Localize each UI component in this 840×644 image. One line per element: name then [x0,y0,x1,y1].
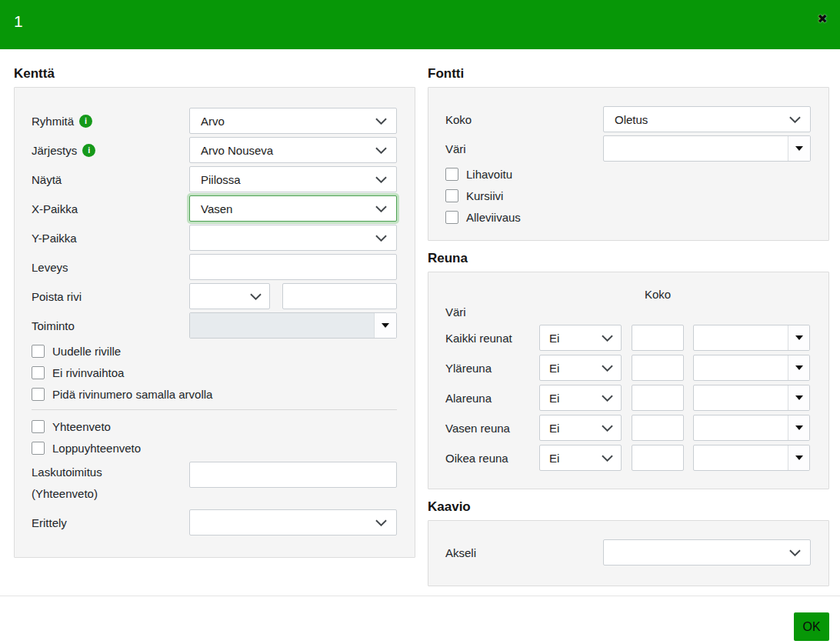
erittely-select[interactable] [189,509,397,536]
border-style-select-left[interactable]: Ei [539,415,622,441]
reuna-section: Reuna Koko Väri Kaikki reunat Ei [428,251,829,489]
border-color-dropdown-button[interactable] [788,445,809,470]
checkbox-label: Lihavoitu [466,168,512,181]
checkbox-box[interactable] [32,366,45,379]
dialog-body: Kenttä Ryhmitä i Arvo Järjestys i Arvo [0,49,840,586]
reuna-panel: Koko Väri Kaikki reunat Ei [428,272,829,489]
checkbox-box[interactable] [32,420,45,433]
chevron-down-icon [375,147,387,154]
chevron-down-icon [602,365,613,372]
caret-down-icon [795,335,803,340]
form-row-poista-rivi: Poista rivi [32,283,397,309]
font-style-checkbox-group: Lihavoitu Kursiivi Alleviivaus [445,166,811,225]
checkbox-box[interactable] [32,442,45,455]
checkbox-box[interactable] [32,388,45,401]
font-size-value: Oletus [615,113,648,126]
border-style-select-all[interactable]: Ei [539,325,622,351]
ryhmita-label: Ryhmitä i [32,115,189,128]
font-color-value [604,136,788,161]
reuna-vari-label: Väri [445,305,809,319]
laskutoimitus-input[interactable] [189,462,397,488]
border-color-picker-bottom[interactable] [693,385,810,411]
caret-down-icon [795,425,803,430]
border-color-dropdown-button[interactable] [788,415,809,440]
checkbox-loppuyhteenveto[interactable]: Loppuyhteenveto [32,440,397,456]
toiminto-combobox[interactable] [189,312,397,339]
form-row-toiminto: Toiminto [32,312,397,339]
info-icon[interactable]: i [79,115,92,128]
kentta-heading: Kenttä [14,66,415,82]
kaavio-heading: Kaavio [428,499,829,515]
border-style-select-right[interactable]: Ei [539,445,622,471]
chevron-down-icon [789,116,801,123]
checkbox-alleviivaus[interactable]: Alleviivaus [445,209,811,225]
reuna-koko-column-header: Koko [632,288,684,301]
border-style-select-top[interactable]: Ei [539,355,622,381]
font-color-picker[interactable] [603,135,811,162]
poista-rivi-controls [189,283,397,309]
kentta-panel: Ryhmitä i Arvo Järjestys i Arvo Nouseva [14,87,415,558]
form-row-erittely: Erittely [32,509,397,536]
border-size-input-left[interactable] [632,415,684,441]
checkbox-yhteenveto[interactable]: Yhteenveto [32,419,397,435]
x-paikka-select[interactable]: Vasen [189,195,397,222]
y-paikka-select[interactable] [189,225,397,251]
right-column: Fontti Koko Oletus Väri [428,66,829,586]
checkbox-box[interactable] [32,345,45,358]
font-size-select[interactable]: Oletus [603,106,811,132]
form-row-vari: Väri [445,135,811,162]
spacer [445,288,632,301]
akseli-select[interactable] [603,539,811,566]
ryhmita-select[interactable]: Arvo [189,108,397,134]
border-row-alareuna: Alareuna Ei [445,385,809,411]
checkbox-box[interactable] [445,211,458,224]
x-paikka-value: Vasen [201,202,232,215]
kaavio-panel: Akseli [428,520,829,586]
akseli-label: Akseli [445,546,603,559]
border-color-dropdown-button[interactable] [788,355,809,380]
caret-down-icon [795,455,803,460]
fontti-panel: Koko Oletus Väri [428,87,829,241]
border-color-picker-right[interactable] [693,445,810,471]
caret-down-icon [382,323,389,328]
leveys-field-wrap [189,254,397,280]
border-color-dropdown-button[interactable] [788,385,809,410]
border-size-input-right[interactable] [632,445,684,471]
border-style-value: Ei [549,422,559,435]
border-size-input-top[interactable] [632,355,684,381]
koko-label: Koko [445,113,603,126]
border-style-value: Ei [549,362,559,375]
poista-rivi-select[interactable] [189,283,270,309]
border-size-input-all[interactable] [632,325,684,351]
border-color-dropdown-button[interactable] [788,325,809,350]
leveys-input[interactable] [189,254,397,280]
nayta-select[interactable]: Piilossa [189,166,397,192]
checkbox-lihavoitu[interactable]: Lihavoitu [445,166,811,182]
border-row-label: Yläreuna [445,362,539,375]
chevron-down-icon [375,205,387,212]
ryhmita-label-text: Ryhmitä [32,115,74,128]
jarjestys-select[interactable]: Arvo Nouseva [189,137,397,163]
checkbox-uudelle-riville[interactable]: Uudelle riville [32,343,397,359]
info-icon[interactable]: i [82,144,95,157]
checkbox-kursiivi[interactable]: Kursiivi [445,188,811,204]
border-color-picker-left[interactable] [693,415,810,441]
layout-checkbox-group: Uudelle riville Ei rivinvaihtoa Pidä riv… [32,343,397,402]
font-color-dropdown-button[interactable] [788,136,810,161]
close-icon[interactable]: ✖ [818,12,828,26]
chevron-down-icon [375,118,387,125]
poista-rivi-input[interactable] [282,283,397,309]
toiminto-dropdown-button[interactable] [374,313,396,338]
border-color-picker-all[interactable] [693,325,810,351]
checkbox-pida-rivinumero[interactable]: Pidä rivinumero samalla arvolla [32,386,397,402]
checkbox-label: Ei rivinvaihtoa [52,366,124,379]
checkbox-box[interactable] [445,189,458,202]
checkbox-box[interactable] [445,168,458,181]
border-style-value: Ei [549,332,559,345]
checkbox-ei-rivinvaihtoa[interactable]: Ei rivinvaihtoa [32,365,397,381]
border-color-picker-top[interactable] [693,355,810,381]
checkbox-label: Alleviivaus [466,211,521,224]
border-style-select-bottom[interactable]: Ei [539,385,622,411]
border-size-input-bottom[interactable] [632,385,684,411]
ok-button[interactable]: OK [794,612,829,641]
